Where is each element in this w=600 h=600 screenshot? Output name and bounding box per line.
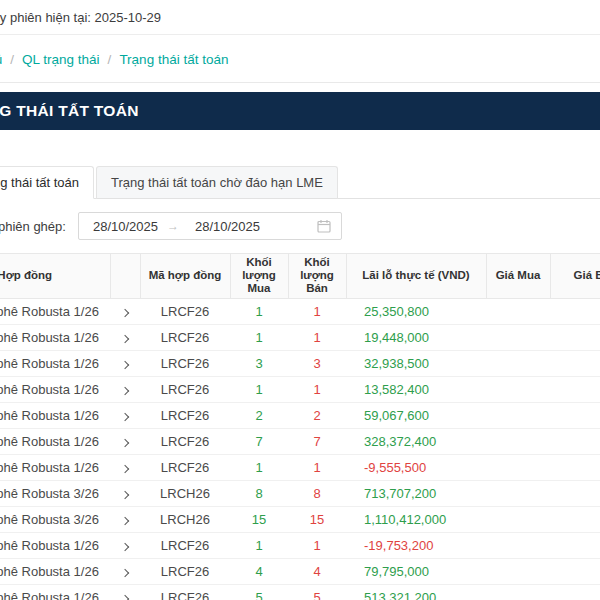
sell-price-cell — [550, 324, 600, 350]
pnl-cell: -9,555,500 — [346, 454, 486, 480]
pnl-cell: 328,372,400 — [346, 428, 486, 454]
sell-qty-cell: 1 — [288, 324, 346, 350]
table-row[interactable]: Cà phê Robusta 1/26 LRCF26 4 4 79,795,00… — [0, 558, 600, 584]
table-row[interactable]: Cà phê Robusta 3/26 LRCH26 8 8 713,707,2… — [0, 480, 600, 506]
sell-price-cell — [550, 428, 600, 454]
table-row[interactable]: Cà phê Robusta 1/26 LRCF26 1 1 -19,753,2… — [0, 532, 600, 558]
breadcrumb-home[interactable]: Trang chủ — [0, 52, 2, 67]
page-title-bar: TRẠNG THÁI TẤT TOÁN — [0, 92, 600, 130]
sell-qty-cell: 7 — [288, 428, 346, 454]
contract-code-cell: LRCH26 — [140, 480, 230, 506]
sell-price-cell — [550, 454, 600, 480]
date-to-input[interactable]: 28/10/2025 — [195, 219, 265, 234]
chevron-right-icon[interactable] — [121, 308, 129, 316]
contract-name-cell: Cà phê Robusta 3/26 — [0, 506, 110, 532]
breadcrumb-separator: / — [10, 52, 14, 67]
breadcrumb-separator: / — [108, 52, 112, 67]
chevron-right-icon[interactable] — [121, 568, 129, 576]
table-row[interactable]: Cà phê Robusta 1/26 LRCF26 2 2 59,067,60… — [0, 402, 600, 428]
chevron-right-icon[interactable] — [121, 594, 129, 600]
table-row[interactable]: Cà phê Robusta 1/26 LRCF26 7 7 328,372,4… — [0, 428, 600, 454]
chevron-right-icon[interactable] — [121, 360, 129, 368]
table-row[interactable]: Cà phê Robusta 1/26 LRCF26 1 1 13,582,40… — [0, 376, 600, 402]
chevron-right-icon[interactable] — [121, 516, 129, 524]
buy-qty-cell: 1 — [230, 532, 288, 558]
table-row[interactable]: Cà phê Robusta 1/26 LRCF26 3 3 32,938,50… — [0, 350, 600, 376]
col-header-buy-qty: Khối lượng Mua — [230, 254, 288, 299]
col-header-buy-price: Giá Mua — [486, 254, 550, 299]
sell-price-cell — [550, 402, 600, 428]
buy-price-cell — [486, 558, 550, 584]
table-row[interactable]: Cà phê Robusta 1/26 LRCF26 1 1 25,350,80… — [0, 298, 600, 324]
row-expand-toggle[interactable] — [110, 584, 140, 600]
sell-qty-cell: 15 — [288, 506, 346, 532]
tab-tat-toan-cho-dao-han-lme[interactable]: Trạng thái tất toán chờ đáo hạn LME — [96, 166, 338, 199]
chevron-right-icon[interactable] — [121, 542, 129, 550]
row-expand-toggle[interactable] — [110, 324, 140, 350]
contract-name-cell: Cà phê Robusta 1/26 — [0, 298, 110, 324]
chevron-right-icon[interactable] — [121, 464, 129, 472]
contract-code-cell: LRCF26 — [140, 350, 230, 376]
chevron-right-icon[interactable] — [121, 334, 129, 342]
row-expand-toggle[interactable] — [110, 532, 140, 558]
breadcrumb: Trang chủ / QL trạng thái / Trạng thái t… — [0, 35, 600, 83]
date-from-input[interactable]: 28/10/2025 — [93, 219, 163, 234]
sell-price-cell — [550, 532, 600, 558]
contract-name-cell: Cà phê Robusta 1/26 — [0, 402, 110, 428]
col-header-sell-qty: Khối lượng Bán — [288, 254, 346, 299]
table-row[interactable]: Cà phê Robusta 1/26 LRCF26 1 1 19,448,00… — [0, 324, 600, 350]
settlement-table: Hợp đồng Mã hợp đồng Khối lượng Mua Khối… — [0, 253, 600, 600]
tab-trang-thai-tat-toan[interactable]: Trạng thái tất toán — [0, 166, 94, 199]
filter-label: Ngày phiên ghép: — [0, 219, 66, 234]
calendar-icon[interactable] — [317, 219, 331, 233]
chevron-right-icon[interactable] — [121, 490, 129, 498]
sell-qty-cell: 1 — [288, 298, 346, 324]
pnl-cell: 13,582,400 — [346, 376, 486, 402]
session-date-label: Ngày phiên hiện tại: 2025-10-29 — [0, 10, 161, 25]
row-expand-toggle[interactable] — [110, 350, 140, 376]
row-expand-toggle[interactable] — [110, 298, 140, 324]
contract-name-cell: Cà phê Robusta 1/26 — [0, 584, 110, 600]
buy-qty-cell: 5 — [230, 584, 288, 600]
tabs: Trạng thái tất toán Trạng thái tất toán … — [0, 166, 600, 199]
row-expand-toggle[interactable] — [110, 376, 140, 402]
contract-name-cell: Cà phê Robusta 1/26 — [0, 454, 110, 480]
contract-name-cell: Cà phê Robusta 3/26 — [0, 480, 110, 506]
contract-name-cell: Cà phê Robusta 1/26 — [0, 376, 110, 402]
pnl-cell: 19,448,000 — [346, 324, 486, 350]
sell-qty-cell: 3 — [288, 350, 346, 376]
row-expand-toggle[interactable] — [110, 402, 140, 428]
row-expand-toggle[interactable] — [110, 506, 140, 532]
row-expand-toggle[interactable] — [110, 558, 140, 584]
table-row[interactable]: Cà phê Robusta 3/26 LRCH26 15 15 1,110,4… — [0, 506, 600, 532]
col-header-pnl: Lãi lỗ thực tế (VND) — [346, 254, 486, 299]
topbar: Ngày phiên hiện tại: 2025-10-29 — [0, 0, 600, 35]
sell-qty-cell: 2 — [288, 402, 346, 428]
buy-qty-cell: 8 — [230, 480, 288, 506]
buy-price-cell — [486, 428, 550, 454]
buy-qty-cell: 2 — [230, 402, 288, 428]
row-expand-toggle[interactable] — [110, 428, 140, 454]
buy-qty-cell: 1 — [230, 298, 288, 324]
chevron-right-icon[interactable] — [121, 386, 129, 394]
buy-price-cell — [486, 376, 550, 402]
contract-code-cell: LRCH26 — [140, 506, 230, 532]
filter-row: Ngày phiên ghép: 28/10/2025 → 28/10/2025 — [0, 212, 600, 240]
breadcrumb-ql-trang-thai[interactable]: QL trạng thái — [22, 52, 100, 67]
chevron-right-icon[interactable] — [121, 438, 129, 446]
sell-qty-cell: 1 — [288, 454, 346, 480]
sell-qty-cell: 4 — [288, 558, 346, 584]
buy-qty-cell: 1 — [230, 324, 288, 350]
buy-qty-cell: 1 — [230, 376, 288, 402]
pnl-cell: 1,110,412,000 — [346, 506, 486, 532]
date-range-picker[interactable]: 28/10/2025 → 28/10/2025 — [78, 212, 342, 240]
table-row[interactable]: Cà phê Robusta 1/26 LRCF26 1 1 -9,555,50… — [0, 454, 600, 480]
table-row[interactable]: Cà phê Robusta 1/26 LRCF26 5 5 513,321,2… — [0, 584, 600, 600]
buy-qty-cell: 7 — [230, 428, 288, 454]
buy-qty-cell: 1 — [230, 454, 288, 480]
row-expand-toggle[interactable] — [110, 454, 140, 480]
row-expand-toggle[interactable] — [110, 480, 140, 506]
chevron-right-icon[interactable] — [121, 412, 129, 420]
col-header-contract: Hợp đồng — [0, 254, 110, 299]
buy-qty-cell: 3 — [230, 350, 288, 376]
